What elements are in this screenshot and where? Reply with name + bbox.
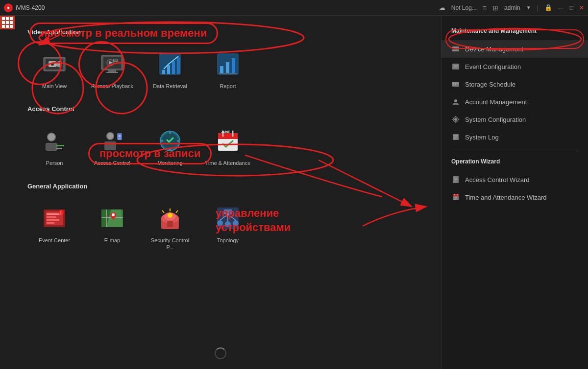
event-center-label: Event Center (39, 237, 70, 244)
access-control-section: Access Control Person (27, 105, 431, 172)
chevron-down-icon[interactable]: ▼ (526, 5, 531, 10)
data-retrieval-icon (155, 49, 185, 79)
maximize-button[interactable]: □ (570, 4, 573, 11)
lock-icon[interactable]: 🔒 (544, 4, 552, 11)
svg-rect-21 (226, 62, 229, 73)
loading-spinner (215, 347, 226, 359)
svg-rect-18 (177, 57, 180, 74)
device-mgmt-label: Device Management (465, 46, 523, 53)
svg-point-31 (107, 133, 113, 139)
app-item-report[interactable]: Report (201, 44, 255, 95)
topology-label: Topology (217, 237, 239, 244)
remote-playback-icon (98, 49, 127, 79)
system-log-icon (451, 133, 460, 141)
attendance-wizard-icon (451, 193, 460, 202)
svg-rect-10 (108, 70, 116, 72)
svg-point-26 (48, 134, 55, 140)
svg-point-94 (454, 118, 457, 121)
svg-line-69 (162, 210, 164, 213)
data-retrieval-label: Data Retrieval (153, 83, 187, 90)
app-item-data-retrieval[interactable]: Data Retrieval (143, 44, 197, 95)
app-item-access-control[interactable]: Access Control (85, 120, 139, 172)
app-item-remote-playback[interactable]: Remote Playback (85, 44, 139, 95)
security-control-icon (155, 204, 185, 233)
svg-rect-109 (453, 194, 459, 196)
list-icon[interactable]: ≡ (483, 4, 487, 12)
sidebar-item-device-mgmt[interactable]: Device Management (441, 40, 588, 58)
app-item-person[interactable]: Person (27, 120, 81, 172)
time-attendance-label: Time & Attendance (205, 160, 251, 166)
storage-schedule-icon (451, 80, 460, 89)
svg-rect-15 (162, 70, 165, 74)
sidebar-item-account-mgmt[interactable]: Account Management (441, 93, 588, 111)
wizard-section-title: Operation Wizard (441, 154, 588, 169)
sidebar: Maintenance and Management Device Manage… (441, 16, 588, 369)
app-title: iVMS-4200 (16, 4, 439, 11)
video-application-section: Video Application (27, 28, 431, 95)
grid-menu-button[interactable] (0, 16, 20, 29)
svg-rect-52 (47, 219, 59, 221)
close-button[interactable]: ✕ (579, 4, 584, 11)
app-item-security-control[interactable]: Security Control P... (143, 198, 197, 257)
svg-rect-32 (104, 141, 116, 150)
report-label: Report (220, 83, 236, 90)
cloud-status[interactable]: Not Log... (451, 4, 477, 11)
separator: | (537, 4, 539, 11)
time-attendance-icon: JUNE (213, 126, 243, 156)
sidebar-item-storage-schedule[interactable]: Storage Schedule (441, 75, 588, 93)
security-control-label: Security Control P... (147, 237, 193, 251)
event-center-icon: ! (40, 204, 69, 233)
system-config-icon (451, 115, 460, 124)
sidebar-item-access-wizard[interactable]: Access Control Wizard (441, 171, 588, 188)
svg-rect-17 (172, 61, 175, 74)
svg-line-70 (176, 210, 178, 213)
general-application-header: General Application (27, 183, 431, 190)
report-icon (213, 49, 243, 79)
svg-rect-73 (224, 209, 232, 214)
svg-point-85 (458, 50, 459, 51)
app-item-monitoring[interactable]: Monitoring (143, 120, 197, 172)
svg-point-93 (454, 99, 457, 102)
app-item-event-center[interactable]: ! Event Center (27, 198, 81, 257)
main-container: Video Application (0, 16, 588, 369)
access-control-label: Access Control (94, 160, 130, 166)
app-item-time-attendance[interactable]: JUNE Time & Attendance (201, 120, 255, 172)
svg-point-4 (51, 63, 53, 65)
image-icon[interactable]: ⊞ (492, 4, 498, 12)
svg-rect-51 (47, 216, 56, 218)
svg-point-34 (118, 135, 121, 138)
svg-rect-28 (56, 145, 64, 146)
user-label[interactable]: admin (504, 4, 520, 11)
event-config-label: Event Configuration (465, 63, 521, 70)
svg-rect-13 (114, 59, 118, 61)
svg-rect-86 (452, 64, 459, 69)
minimize-button[interactable]: — (558, 4, 564, 11)
sidebar-item-system-log[interactable]: System Log (441, 128, 588, 146)
app-item-main-view[interactable]: Main View (27, 44, 81, 95)
svg-rect-11 (106, 72, 118, 73)
maintenance-section-title: Maintenance and Management (441, 23, 588, 38)
svg-rect-22 (232, 58, 235, 73)
sidebar-item-event-config[interactable]: Event Configuration (441, 58, 588, 75)
sidebar-item-system-config[interactable]: System Configuration (441, 111, 588, 128)
svg-point-84 (458, 47, 459, 48)
attendance-wizard-label: Time and Attendance Wizard (465, 194, 546, 201)
monitoring-label: Monitoring (157, 160, 182, 166)
account-mgmt-icon (451, 97, 460, 106)
app-item-topology[interactable]: Topology (201, 198, 255, 257)
app-item-emap[interactable]: E-map (85, 198, 139, 257)
svg-rect-96 (455, 116, 456, 117)
sidebar-item-attendance-wizard[interactable]: Time and Attendance Wizard (441, 188, 588, 206)
content-area: Video Application (0, 16, 441, 369)
svg-rect-99 (458, 119, 459, 120)
svg-text:JUNE: JUNE (221, 130, 230, 134)
svg-rect-67 (167, 221, 173, 227)
system-config-label: System Configuration (465, 116, 526, 123)
topology-icon (213, 204, 243, 233)
svg-rect-29 (56, 148, 62, 149)
svg-rect-35 (118, 138, 121, 139)
svg-rect-16 (167, 65, 170, 74)
titlebar: ● iVMS-4200 ☁ Not Log... ≡ ⊞ admin ▼ | 🔒… (0, 0, 588, 16)
svg-rect-20 (220, 66, 223, 73)
svg-rect-98 (452, 119, 453, 120)
